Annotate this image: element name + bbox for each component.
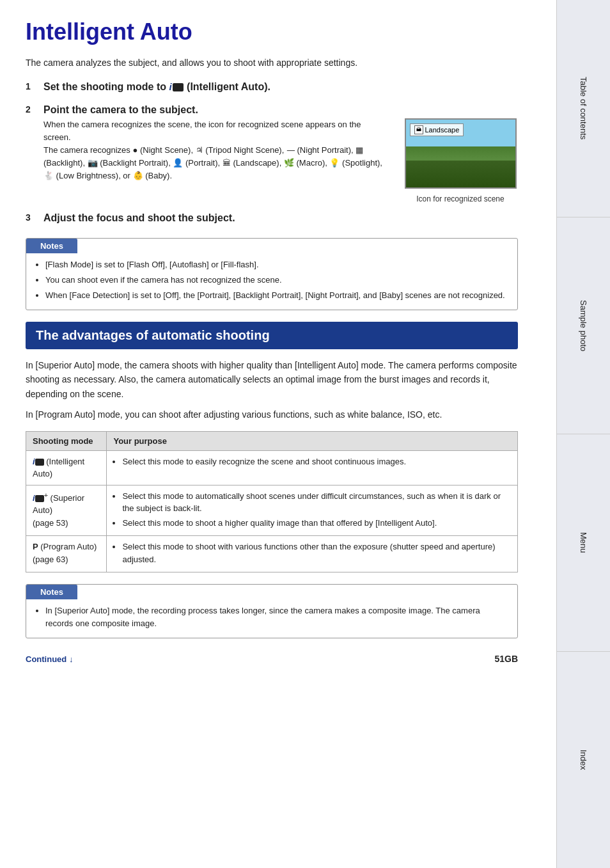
step-2-description: When the camera recognizes the scene, th… xyxy=(43,118,390,183)
sidebar-tab-toc[interactable]: Table of contents xyxy=(557,0,610,217)
step-3-content: Adjust the focus and shoot the subject. xyxy=(43,212,518,226)
superior-cam-icon xyxy=(35,495,44,502)
table-body: i (Intelligent Auto) Select this mode to… xyxy=(26,450,518,572)
step-3-heading: Adjust the focus and shoot the subject. xyxy=(43,212,518,224)
purpose-program-item-1: Select this mode to shoot with various f… xyxy=(122,541,511,565)
program-p-icon: P xyxy=(33,542,38,551)
section-body-1: In [Superior Auto] mode, the camera shoo… xyxy=(26,358,518,401)
sidebar-tab-index[interactable]: Index xyxy=(557,652,610,869)
notes-box-1: Notes [Flash Mode] is set to [Flash Off]… xyxy=(26,238,518,310)
step-2-text: When the camera recognizes the scene, th… xyxy=(43,118,390,203)
step-2-image-container: 🏔 Landscape Icon for recognized scene xyxy=(403,118,518,203)
camera-icon-step1 xyxy=(173,83,184,91)
note-1-item-3: When [Face Detection] is set to [Off], t… xyxy=(45,289,508,302)
main-content: Intelligent Auto The camera analyzes the… xyxy=(0,0,556,868)
purpose-superior: Select this mode to automatically shoot … xyxy=(107,485,518,536)
table-row-program: P (Program Auto)(page 63) Select this mo… xyxy=(26,536,518,572)
sidebar-tab-sample[interactable]: Sample photo xyxy=(557,217,610,435)
sidebar-tab-sample-label: Sample photo xyxy=(579,300,588,351)
step-3: 3 Adjust the focus and shoot the subject… xyxy=(26,212,518,226)
page-number-container: 51GB xyxy=(494,654,518,664)
sidebar: Table of contents Sample photo Menu Inde… xyxy=(556,0,610,868)
notes-list-1: [Flash Mode] is set to [Flash Off], [Aut… xyxy=(35,258,508,302)
purpose-superior-item-2: Select this mode to shoot a higher quali… xyxy=(122,517,511,530)
step-1-content: Set the shooting mode to i (Intelligent … xyxy=(43,81,518,95)
step-2-content: Point the camera to the subject. When th… xyxy=(43,104,518,203)
section-body-2: In [Program Auto] mode, you can shoot af… xyxy=(26,407,518,422)
step-1: 1 Set the shooting mode to i (Intelligen… xyxy=(26,81,518,95)
table-header-row: Shooting mode Your purpose xyxy=(26,431,518,450)
step-3-number: 3 xyxy=(26,212,37,223)
note-2-item-1: In [Superior Auto] mode, the recording p… xyxy=(45,604,508,630)
mode-superior: i+ (Superior Auto)(page 53) xyxy=(26,485,107,536)
page-container: Intelligent Auto The camera analyzes the… xyxy=(0,0,610,868)
shooting-table: Shooting mode Your purpose i (Intelligen… xyxy=(26,431,518,573)
purpose-ia-list: Select this mode to easily recognize the… xyxy=(113,455,511,468)
notes-header-2: Notes xyxy=(26,585,77,599)
step-2-number: 2 xyxy=(26,104,37,114)
page-num-value: 51 xyxy=(494,654,504,664)
image-caption: Icon for recognized scene xyxy=(416,194,504,203)
notes-header-1: Notes xyxy=(26,239,77,253)
step-1-number: 1 xyxy=(26,81,37,91)
col-your-purpose: Your purpose xyxy=(107,431,518,450)
sidebar-tab-index-label: Index xyxy=(579,750,588,770)
page-title: Intelligent Auto xyxy=(26,19,518,45)
continued-text: Continued ↓ xyxy=(26,654,73,664)
step-2-body-container: When the camera recognizes the scene, th… xyxy=(43,118,518,203)
step-1-heading: Set the shooting mode to i (Intelligent … xyxy=(43,81,518,93)
ia-icon-step1: i xyxy=(169,81,171,92)
sidebar-tab-menu[interactable]: Menu xyxy=(557,434,610,652)
table-head: Shooting mode Your purpose xyxy=(26,431,518,450)
notes-list-2: In [Superior Auto] mode, the recording p… xyxy=(35,604,508,630)
purpose-ia-item-1: Select this mode to easily recognize the… xyxy=(122,455,511,468)
purpose-superior-list: Select this mode to automatically shoot … xyxy=(113,490,511,530)
table-row-superior: i+ (Superior Auto)(page 53) Select this … xyxy=(26,485,518,536)
mode-ia: i (Intelligent Auto) xyxy=(26,450,107,485)
steps-list: 1 Set the shooting mode to i (Intelligen… xyxy=(26,81,518,226)
step-2: 2 Point the camera to the subject. When … xyxy=(26,104,518,203)
purpose-superior-item-1: Select this mode to automatically shoot … xyxy=(122,490,511,515)
mode-program: P (Program Auto)(page 63) xyxy=(26,536,107,572)
sidebar-tab-menu-label: Menu xyxy=(579,532,588,553)
landscape-preview: 🏔 Landscape xyxy=(405,118,517,189)
purpose-ia: Select this mode to easily recognize the… xyxy=(107,450,518,485)
notes-box-2: Notes In [Superior Auto] mode, the recor… xyxy=(26,584,518,638)
col-shooting-mode: Shooting mode xyxy=(26,431,107,450)
superior-plus: + xyxy=(44,491,48,499)
purpose-program: Select this mode to shoot with various f… xyxy=(107,536,518,572)
intro-text: The camera analyzes the subject, and all… xyxy=(26,56,518,70)
table-row-ia: i (Intelligent Auto) Select this mode to… xyxy=(26,450,518,485)
landscape-label-bar: 🏔 Landscape xyxy=(410,123,464,136)
step-2-heading: Point the camera to the subject. xyxy=(43,104,518,116)
page-number: 51GB xyxy=(494,654,518,664)
page-footer: Continued ↓ 51GB xyxy=(26,650,518,664)
purpose-program-list: Select this mode to shoot with various f… xyxy=(113,541,511,565)
ia-cam-icon xyxy=(35,459,44,466)
landscape-box-icon: 🏔 xyxy=(414,125,423,134)
page-num-suffix: GB xyxy=(504,654,518,664)
sidebar-tab-toc-label: Table of contents xyxy=(579,77,588,139)
continued-label: Continued ↓ xyxy=(26,654,73,664)
notes-content-2: In [Superior Auto] mode, the recording p… xyxy=(26,599,517,638)
section-heading: The advantages of automatic shooting xyxy=(26,322,518,349)
note-1-item-2: You can shoot even if the camera has not… xyxy=(45,274,508,287)
notes-content-1: [Flash Mode] is set to [Flash Off], [Aut… xyxy=(26,253,517,310)
note-1-item-1: [Flash Mode] is set to [Flash Off], [Aut… xyxy=(45,258,508,271)
landscape-label: Landscape xyxy=(425,126,460,134)
